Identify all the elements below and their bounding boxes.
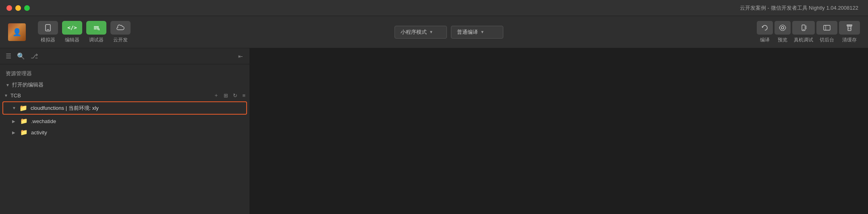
window-title: 云开发案例 - 微信开发者工具 Nightly 1.04.2008122 bbox=[740, 4, 858, 12]
debugger-label: 调试器 bbox=[89, 37, 104, 43]
wechatide-chevron: ▶ bbox=[12, 119, 17, 123]
compile-button[interactable] bbox=[757, 21, 773, 35]
editor-button[interactable]: </> bbox=[62, 21, 82, 35]
clear-cache-label: 清缓存 bbox=[842, 37, 857, 43]
menu-icon[interactable]: ☰ bbox=[6, 52, 11, 60]
minimize-button[interactable] bbox=[15, 5, 21, 11]
editor-tool[interactable]: </> 编辑器 bbox=[62, 21, 82, 43]
activity-chevron: ▶ bbox=[12, 130, 17, 135]
titlebar: 云开发案例 - 微信开发者工具 Nightly 1.04.2008122 bbox=[0, 0, 868, 16]
svg-point-7 bbox=[781, 27, 784, 29]
real-device-label: 真机调试 bbox=[794, 37, 813, 43]
tcb-add-folder-icon[interactable]: ⊞ bbox=[224, 93, 228, 99]
toolbar-right: 编译 预览 真机调试 bbox=[654, 21, 860, 43]
cloud-button[interactable] bbox=[110, 21, 131, 35]
avatar-image: 👤 bbox=[8, 23, 26, 41]
cloudfunctions-label: cloudfunctions | 当前环境: xly bbox=[31, 105, 99, 112]
cloud-tool[interactable]: 云开发 bbox=[110, 21, 131, 43]
mode-selector-label: 小程序模式 bbox=[401, 29, 427, 36]
cf-folder-icon: 📁 bbox=[19, 104, 27, 112]
preview-button[interactable] bbox=[775, 21, 791, 35]
toolbar-center: 小程序模式 ▼ 普通编译 ▼ bbox=[243, 26, 654, 39]
editor-area bbox=[250, 48, 868, 214]
cut-backend-label: 切后台 bbox=[820, 37, 834, 43]
compile-selector-label: 普通编译 bbox=[457, 29, 478, 36]
sidebar-content: 资源管理器 ▼ 打开的编辑器 ▼ TCB ＋ ⊞ ↻ ≡ ▼ 📁 bbox=[0, 64, 249, 214]
activity-folder-row[interactable]: ▶ 📁 activity bbox=[0, 127, 249, 138]
svg-rect-1 bbox=[47, 29, 49, 30]
tcb-collapse-icon[interactable]: ≡ bbox=[242, 93, 245, 99]
tcb-chevron: ▼ bbox=[4, 93, 8, 98]
svg-point-5 bbox=[98, 28, 99, 30]
preview-action[interactable]: 预览 bbox=[775, 21, 791, 43]
compile-label: 编译 bbox=[760, 37, 770, 43]
wechatide-folder-row[interactable]: ▶ 📁 .wechatide bbox=[0, 115, 249, 127]
debugger-button[interactable] bbox=[86, 21, 106, 35]
cloudfunctions-row[interactable]: ▼ 📁 cloudfunctions | 当前环境: xly bbox=[2, 101, 247, 115]
resource-manager-label: 资源管理器 bbox=[0, 68, 249, 80]
search-icon[interactable]: 🔍 bbox=[17, 52, 25, 60]
cloud-label: 云开发 bbox=[113, 37, 128, 43]
tcb-add-icon[interactable]: ＋ bbox=[214, 92, 219, 99]
collapse-sidebar-icon[interactable]: ⇤ bbox=[238, 53, 243, 60]
svg-rect-17 bbox=[848, 26, 851, 31]
tcb-label: TCB bbox=[10, 93, 212, 99]
wechatide-label: .wechatide bbox=[31, 118, 56, 124]
cut-backend-button[interactable] bbox=[816, 21, 837, 35]
open-editors-header[interactable]: ▼ 打开的编辑器 bbox=[0, 80, 249, 90]
svg-rect-13 bbox=[824, 25, 830, 30]
tcb-actions: ＋ ⊞ ↻ ≡ bbox=[214, 92, 245, 99]
compile-selector[interactable]: 普通编译 ▼ bbox=[451, 26, 503, 39]
open-editors-chevron: ▼ bbox=[6, 83, 10, 87]
avatar[interactable]: 👤 bbox=[8, 23, 26, 41]
simulator-tool[interactable]: 模拟器 bbox=[38, 21, 58, 43]
tcb-refresh-icon[interactable]: ↻ bbox=[233, 93, 237, 99]
main-toolbar: 👤 模拟器 </> 编辑器 bbox=[0, 16, 868, 48]
tcb-header[interactable]: ▼ TCB ＋ ⊞ ↻ ≡ bbox=[0, 90, 249, 101]
traffic-lights bbox=[6, 5, 30, 11]
fullscreen-button[interactable] bbox=[24, 5, 30, 11]
wechatide-folder-icon: 📁 bbox=[20, 117, 28, 125]
simulator-button[interactable] bbox=[38, 21, 58, 35]
close-button[interactable] bbox=[6, 5, 12, 11]
compile-action[interactable]: 编译 bbox=[757, 21, 773, 43]
cut-backend-action[interactable]: 切后台 bbox=[816, 21, 837, 43]
toolbar-tools: 模拟器 </> 编辑器 调试器 bbox=[38, 21, 243, 43]
svg-rect-0 bbox=[46, 25, 50, 31]
clear-cache-button[interactable] bbox=[839, 21, 860, 35]
preview-label: 预览 bbox=[778, 37, 787, 43]
sidebar-toolbar: ☰ 🔍 ⎇ ⇤ bbox=[0, 48, 249, 64]
activity-label: activity bbox=[31, 130, 47, 136]
mode-selector-arrow: ▼ bbox=[429, 30, 433, 34]
sidebar: ☰ 🔍 ⎇ ⇤ 资源管理器 ▼ 打开的编辑器 ▼ TCB ＋ ⊞ ↻ ≡ bbox=[0, 48, 250, 214]
clear-cache-action[interactable]: 清缓存 bbox=[839, 21, 860, 43]
open-editors-label: 打开的编辑器 bbox=[12, 81, 44, 88]
editor-label: 编辑器 bbox=[65, 37, 79, 43]
real-device-action[interactable]: 真机调试 bbox=[792, 21, 815, 43]
compile-selector-arrow: ▼ bbox=[480, 30, 484, 34]
main-area: ☰ 🔍 ⎇ ⇤ 资源管理器 ▼ 打开的编辑器 ▼ TCB ＋ ⊞ ↻ ≡ bbox=[0, 48, 868, 214]
real-device-button[interactable] bbox=[792, 21, 815, 35]
mode-selector[interactable]: 小程序模式 ▼ bbox=[395, 26, 447, 39]
activity-folder-icon: 📁 bbox=[20, 129, 28, 136]
cf-chevron: ▼ bbox=[12, 106, 16, 110]
svg-line-6 bbox=[99, 29, 100, 30]
debugger-tool[interactable]: 调试器 bbox=[86, 21, 106, 43]
source-control-icon[interactable]: ⎇ bbox=[31, 52, 38, 60]
simulator-label: 模拟器 bbox=[41, 37, 55, 43]
